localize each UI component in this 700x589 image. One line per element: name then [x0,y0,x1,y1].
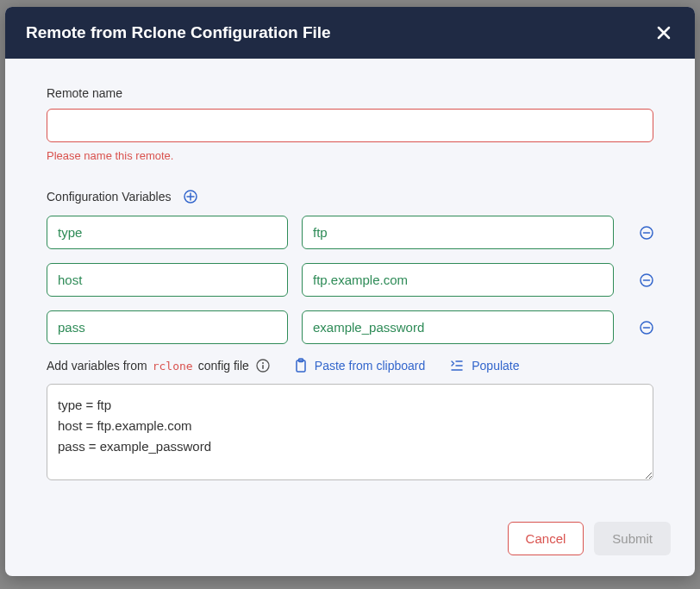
modal-footer: Cancel Submit [5,504,695,576]
modal-title: Remote from Rclone Configuration File [26,23,331,42]
config-var-key-input[interactable] [47,263,288,297]
config-vars-rows [47,216,653,344]
populate-label: Populate [472,359,519,373]
config-var-row [47,310,653,344]
remote-name-error: Please name this remote. [47,149,653,162]
remote-name-input[interactable] [47,109,653,142]
config-vars-header: Configuration Variables [47,190,653,204]
config-var-key-input[interactable] [47,216,288,249]
config-var-row [47,263,653,297]
remove-variable-button[interactable] [640,321,653,335]
svg-rect-9 [262,365,264,369]
minus-circle-icon [640,273,653,287]
add-variable-button[interactable] [184,190,197,204]
remove-variable-button[interactable] [640,226,653,240]
modal-header: Remote from Rclone Configuration File [5,7,695,59]
config-var-value-input[interactable] [302,216,614,249]
config-var-value-input[interactable] [302,263,614,297]
config-file-prefix: Add variables from [47,359,147,373]
config-file-row: Add variables from rclone config file Pa… [47,358,653,373]
remote-name-label: Remote name [47,86,653,100]
config-vars-label: Configuration Variables [47,190,172,204]
paste-clipboard-label: Paste from clipboard [315,359,425,373]
populate-button[interactable]: Populate [449,359,519,373]
cancel-button[interactable]: Cancel [508,522,584,555]
config-var-row [47,216,653,249]
modal-container: Remote from Rclone Configuration File Re… [5,7,695,576]
clipboard-icon [294,358,308,373]
svg-point-8 [262,362,264,364]
minus-circle-icon [640,321,653,335]
paste-clipboard-button[interactable]: Paste from clipboard [294,358,425,373]
close-icon [657,26,671,40]
config-file-suffix: config file [198,359,249,373]
populate-icon [449,359,465,373]
info-icon [256,359,270,373]
config-var-key-input[interactable] [47,310,288,344]
config-file-code: rclone [153,360,193,373]
plus-circle-icon [184,190,197,204]
config-var-value-input[interactable] [302,310,614,344]
modal-body: Remote name Please name this remote. Con… [5,59,695,504]
config-file-text: Add variables from rclone config file [47,359,270,373]
remove-variable-button[interactable] [640,273,653,287]
minus-circle-icon [640,226,653,240]
close-button[interactable] [653,22,674,43]
submit-button[interactable]: Submit [594,522,671,555]
config-textarea[interactable] [47,384,653,480]
